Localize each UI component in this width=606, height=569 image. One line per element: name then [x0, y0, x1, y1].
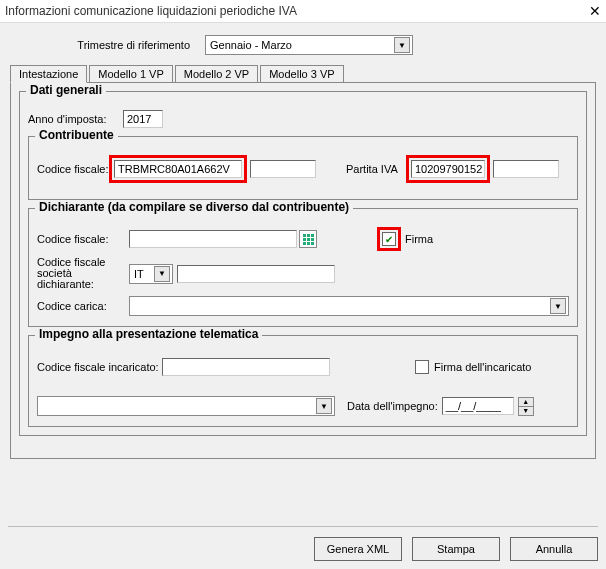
genera-xml-button[interactable]: Genera XML	[314, 537, 402, 561]
dich-cfsoc-label: Codice fiscale società dichiarante:	[37, 257, 129, 290]
tab-intestazione[interactable]: Intestazione	[10, 65, 87, 83]
cf-input[interactable]: TRBMRC80A01A662V	[114, 160, 242, 178]
chevron-down-icon: ▼	[316, 398, 332, 414]
date-spinner[interactable]: ▲ ▼	[518, 397, 534, 416]
tabs: Intestazione Modello 1 VP Modello 2 VP M…	[10, 65, 596, 83]
anno-label: Anno d'imposta:	[28, 113, 108, 125]
carica-select[interactable]: ▼	[129, 296, 569, 316]
impegno-select[interactable]: ▼	[37, 396, 335, 416]
cf-label: Codice fiscale:	[37, 163, 109, 175]
dich-cfsoc-input[interactable]	[177, 265, 335, 283]
spinner-up-icon[interactable]: ▲	[519, 398, 533, 407]
close-icon[interactable]: ✕	[589, 3, 601, 19]
piva-input[interactable]: 10209790152	[411, 160, 485, 178]
dich-cf-label: Codice fiscale:	[37, 233, 129, 245]
chevron-down-icon: ▼	[154, 266, 170, 282]
impegno-group: Impegno alla presentazione telematica Co…	[28, 335, 578, 427]
cf-incaricato-label: Codice fiscale incaricato:	[37, 361, 162, 373]
contribuente-group: Contribuente Codice fiscale: TRBMRC80A01…	[28, 136, 578, 200]
dichiarante-legend: Dichiarante (da compilare se diverso dal…	[35, 200, 353, 214]
piva-label: Partita IVA	[346, 163, 406, 175]
trimestre-label: Trimestre di riferimento	[50, 39, 190, 51]
chevron-down-icon: ▼	[550, 298, 566, 314]
anno-input[interactable]: 2017	[123, 110, 163, 128]
calendar-icon[interactable]	[299, 230, 317, 248]
firma-incaricato-checkbox[interactable]	[415, 360, 429, 374]
carica-label: Codice carica:	[37, 300, 129, 312]
contribuente-legend: Contribuente	[35, 128, 118, 142]
dich-cf-input[interactable]	[129, 230, 297, 248]
window-title: Informazioni comunicazione liquidazioni …	[5, 4, 297, 18]
tab-modello-2[interactable]: Modello 2 VP	[175, 65, 258, 82]
spinner-down-icon[interactable]: ▼	[519, 407, 533, 415]
dichiarante-group: Dichiarante (da compilare se diverso dal…	[28, 208, 578, 327]
titlebar: Informazioni comunicazione liquidazioni …	[0, 0, 606, 23]
tab-panel: Dati generali Anno d'imposta: 2017 Contr…	[10, 83, 596, 459]
dati-generali-legend: Dati generali	[26, 83, 106, 97]
dich-country-select[interactable]: IT ▼	[129, 264, 173, 284]
cf-incaricato-input[interactable]	[162, 358, 330, 376]
impegno-legend: Impegno alla presentazione telematica	[35, 327, 262, 341]
content-area: Trimestre di riferimento Gennaio - Marzo…	[0, 23, 606, 459]
dati-generali-group: Dati generali Anno d'imposta: 2017 Contr…	[19, 91, 587, 436]
firma-label: Firma	[405, 233, 433, 245]
trimestre-select[interactable]: Gennaio - Marzo ▼	[205, 35, 413, 55]
firma-incaricato-label: Firma dell'incaricato	[434, 361, 531, 373]
stampa-button[interactable]: Stampa	[412, 537, 500, 561]
trimestre-value: Gennaio - Marzo	[210, 39, 292, 51]
annulla-button[interactable]: Annulla	[510, 537, 598, 561]
tab-modello-1[interactable]: Modello 1 VP	[89, 65, 172, 82]
button-bar: Genera XML Stampa Annulla	[8, 526, 598, 561]
data-impegno-input[interactable]: __/__/____	[442, 397, 514, 415]
firma-checkbox[interactable]: ✔	[382, 232, 396, 246]
data-impegno-label: Data dell'impegno:	[347, 400, 438, 412]
piva-input-ext[interactable]	[493, 160, 559, 178]
chevron-down-icon: ▼	[394, 37, 410, 53]
tab-modello-3[interactable]: Modello 3 VP	[260, 65, 343, 82]
cf-input-ext[interactable]	[250, 160, 316, 178]
